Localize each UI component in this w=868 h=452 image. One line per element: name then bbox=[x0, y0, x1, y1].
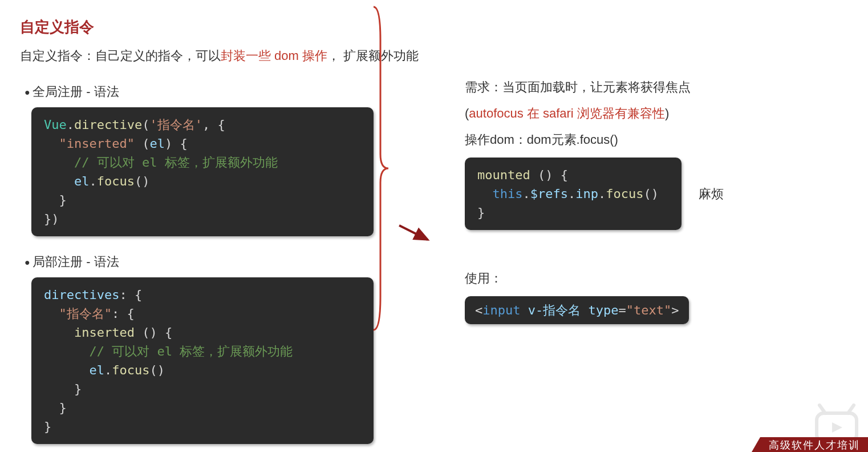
code-token: inp bbox=[575, 187, 598, 201]
usage-section: 使用： <input v-指令名 type="text"> bbox=[465, 270, 848, 324]
code-token bbox=[44, 155, 74, 170]
code-token: // 可以对 el 标签，扩展额外功能 bbox=[74, 155, 278, 170]
code-token: . bbox=[598, 187, 606, 201]
code-token: "text" bbox=[626, 303, 671, 317]
code-token: . bbox=[568, 187, 575, 201]
code-token: = bbox=[618, 303, 626, 317]
usage-label: 使用： bbox=[465, 270, 848, 287]
code-token: focus bbox=[112, 363, 149, 377]
code-token: directives bbox=[44, 288, 119, 302]
footer-banner: 高级软件人才培训 bbox=[752, 437, 868, 452]
code-token: Vue bbox=[44, 118, 67, 132]
code-token: ( bbox=[135, 136, 150, 151]
code-token: directive bbox=[74, 118, 142, 132]
code-token: . bbox=[522, 187, 530, 201]
right-column: 需求：当页面加载时，让元素将获得焦点 (autofocus 在 safari 浏… bbox=[391, 79, 848, 444]
code-token: $refs bbox=[530, 187, 568, 201]
page-title: 自定义指令 bbox=[20, 17, 848, 37]
code-token: input bbox=[482, 303, 520, 317]
code-token bbox=[477, 187, 493, 201]
code-token: ( bbox=[142, 118, 149, 132]
mounted-code-row: mounted () { this.$refs.inp.focus() } 麻烦 bbox=[465, 158, 848, 230]
code-token: : { bbox=[119, 288, 142, 302]
paren-close: ) bbox=[665, 106, 669, 120]
code-token: . bbox=[89, 174, 96, 188]
code-token: }) bbox=[44, 212, 59, 226]
code-token: () bbox=[149, 363, 165, 377]
code-token: type bbox=[588, 303, 618, 317]
code-token: el bbox=[74, 174, 90, 188]
code-token: < bbox=[475, 303, 482, 317]
code-token: () { bbox=[530, 168, 568, 182]
svg-line-1 bbox=[820, 405, 825, 413]
requirement-text: 需求：当页面加载时，让元素将获得焦点 bbox=[465, 79, 848, 96]
compat-note: (autofocus 在 safari 浏览器有兼容性) bbox=[465, 105, 848, 122]
code-local-directive: directives: { "指令名": { inserted () { // … bbox=[31, 277, 374, 444]
code-token: } bbox=[44, 382, 82, 396]
code-token: focus bbox=[606, 187, 643, 201]
code-global-directive: Vue.directive('指令名', { "inserted" (el) {… bbox=[31, 107, 374, 236]
code-token: el bbox=[89, 363, 104, 377]
code-token: () bbox=[643, 187, 659, 201]
code-token: : { bbox=[112, 306, 135, 321]
code-token: el bbox=[149, 136, 165, 151]
code-token bbox=[520, 303, 528, 317]
subtitle-text-2: ， 扩展额外功能 bbox=[327, 49, 419, 63]
subtitle: 自定义指令：自己定义的指令，可以封装一些 dom 操作， 扩展额外功能 bbox=[20, 47, 848, 64]
compat-emphasis: autofocus 在 safari 浏览器有兼容性 bbox=[469, 106, 665, 120]
code-token bbox=[581, 303, 588, 317]
code-token: "inserted" bbox=[59, 136, 135, 151]
code-token bbox=[44, 363, 89, 377]
code-token bbox=[44, 136, 59, 151]
subtitle-emphasis: 封装一些 dom 操作 bbox=[221, 49, 327, 63]
left-column: 全局注册 - 语法 Vue.directive('指令名', { "insert… bbox=[20, 79, 374, 444]
code-mounted: mounted () { this.$refs.inp.focus() } bbox=[465, 158, 682, 230]
code-token: ) { bbox=[165, 136, 188, 151]
code-token: '指令名' bbox=[149, 118, 202, 132]
annotation-troublesome: 麻烦 bbox=[699, 185, 724, 203]
code-usage: <input v-指令名 type="text"> bbox=[465, 296, 689, 324]
code-token bbox=[44, 306, 59, 321]
svg-line-2 bbox=[848, 405, 854, 413]
code-token: v-指令名 bbox=[528, 303, 581, 317]
bullet-local-register: 局部注册 - 语法 bbox=[25, 253, 374, 271]
subtitle-text-1: 自定义指令：自己定义的指令，可以 bbox=[20, 49, 221, 63]
code-token: inserted bbox=[74, 325, 135, 340]
content-columns: 全局注册 - 语法 Vue.directive('指令名', { "insert… bbox=[20, 79, 848, 444]
code-token: () { bbox=[135, 325, 172, 340]
code-token bbox=[44, 344, 89, 358]
code-token: mounted bbox=[477, 168, 530, 182]
code-token: // 可以对 el 标签，扩展额外功能 bbox=[89, 344, 293, 358]
code-token: focus bbox=[97, 174, 135, 188]
code-token: } bbox=[44, 193, 67, 207]
code-token: . bbox=[104, 363, 112, 377]
code-token: } bbox=[44, 401, 67, 415]
dom-op-text: 操作dom：dom元素.focus() bbox=[465, 131, 848, 148]
code-token: . bbox=[67, 118, 74, 132]
code-token: () bbox=[135, 174, 150, 188]
code-token: } bbox=[44, 419, 51, 434]
code-token: } bbox=[477, 205, 485, 220]
code-token bbox=[44, 174, 74, 188]
code-token: > bbox=[671, 303, 679, 317]
bullet-global-register: 全局注册 - 语法 bbox=[25, 83, 374, 100]
code-token bbox=[44, 325, 74, 340]
code-token: , { bbox=[202, 118, 225, 132]
code-token: "指令名" bbox=[59, 306, 112, 321]
code-token: this bbox=[493, 187, 523, 201]
